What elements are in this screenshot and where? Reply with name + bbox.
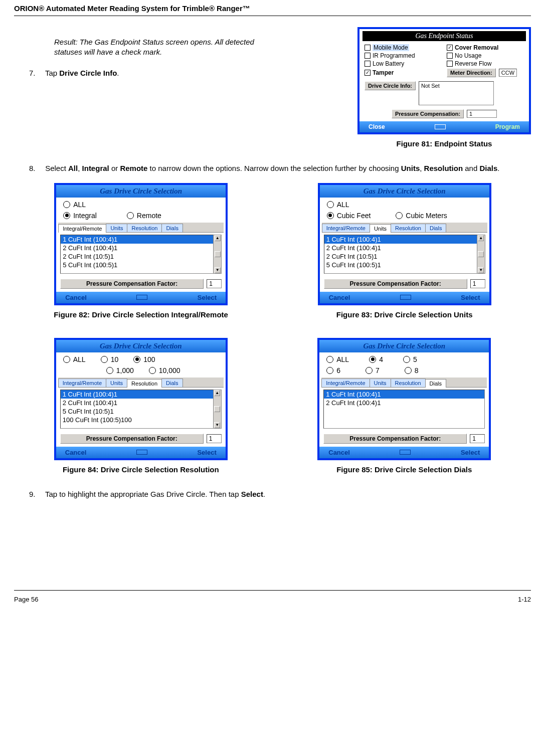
list-item[interactable]: 100 CuFt Int (100:5)100 [61, 416, 213, 424]
list-item[interactable]: 5 CuFt Int (100:5)1 [324, 261, 477, 269]
chk-tamper[interactable]: ✓Tamper [365, 68, 442, 77]
list-item[interactable]: 5 CuFt Int (10:5)1 [61, 407, 213, 416]
select-button[interactable]: Select [461, 294, 480, 301]
scroll-down-icon[interactable]: ▼ [215, 267, 221, 273]
tab-integral-remote[interactable]: Integral/Remote [58, 224, 106, 233]
chk-mobile-mode[interactable]: Mobile Mode [365, 44, 442, 51]
radio-integral[interactable]: Integral [63, 212, 97, 220]
radio-all[interactable]: ALL [63, 201, 86, 209]
pcf-value[interactable]: 1 [207, 434, 222, 443]
tab-dials[interactable]: Dials [425, 224, 446, 232]
scroll-thumb[interactable] [214, 406, 220, 412]
select-button[interactable]: Select [198, 294, 217, 301]
tab-integral-remote[interactable]: Integral/Remote [321, 379, 370, 387]
scroll-up-icon[interactable]: ▲ [478, 235, 484, 241]
pcf-button[interactable]: Pressure Compensation Factor: [60, 279, 204, 289]
pressure-comp-button[interactable]: Pressure Compensation: [392, 109, 464, 118]
radio-cubic-meters[interactable]: Cubic Meters [396, 212, 447, 220]
tab-resolution[interactable]: Resolution [127, 379, 162, 388]
tab-units[interactable]: Units [370, 224, 391, 233]
select-button[interactable]: Select [461, 449, 480, 456]
list-item[interactable]: 2 CuFt Int (100:4)1 [61, 399, 213, 407]
select-button[interactable]: Select [197, 449, 216, 456]
list-item[interactable]: 1 CuFt Int (100:4)1 [61, 235, 213, 244]
chk-cover-removal[interactable]: ✓Cover Removal [447, 44, 524, 51]
pcf-button[interactable]: Pressure Compensation Factor: [324, 279, 467, 289]
chk-no-usage[interactable]: No Usage [447, 52, 524, 59]
pcf-value[interactable]: 1 [470, 279, 485, 288]
dcs-list[interactable]: 1 CuFt Int (100:4)12 CuFt Int (100:4)15 … [60, 390, 214, 429]
drive-circle-info-value[interactable]: Not Set [419, 81, 494, 105]
scroll-up-icon[interactable]: ▲ [214, 390, 220, 396]
radio-8[interactable]: 8 [405, 366, 419, 374]
radio-1-000[interactable]: 1,000 [106, 366, 134, 374]
close-button[interactable]: Close [369, 123, 385, 130]
radio-5[interactable]: 5 [403, 355, 417, 363]
radio-10[interactable]: 10 [101, 355, 119, 363]
tab-units[interactable]: Units [370, 379, 391, 387]
cancel-button[interactable]: Cancel [328, 449, 350, 456]
cancel-button[interactable]: Cancel [65, 294, 87, 301]
tab-resolution[interactable]: Resolution [391, 379, 426, 387]
radio-all[interactable]: ALL [63, 355, 86, 363]
list-item[interactable]: 2 CuFt Int (100:4)1 [324, 399, 484, 407]
keyboard-icon[interactable] [136, 450, 147, 455]
scroll-thumb[interactable] [215, 251, 221, 257]
pcf-button[interactable]: Pressure Compensation Factor: [323, 434, 467, 444]
tab-integral-remote[interactable]: Integral/Remote [58, 379, 106, 387]
chk-low-battery[interactable]: Low Battery [365, 60, 442, 67]
radio-6[interactable]: 6 [326, 366, 340, 374]
chk-reverse-flow[interactable]: Reverse Flow [447, 60, 524, 67]
radio-all[interactable]: ALL [327, 201, 482, 209]
keyboard-icon[interactable] [435, 124, 446, 129]
tab-resolution[interactable]: Resolution [127, 224, 162, 232]
scrollbar[interactable]: ▲▼ [477, 235, 485, 274]
list-item[interactable]: 1 CuFt Int (100:4)1 [61, 390, 213, 399]
dcs-list[interactable]: 1 CuFt Int (100:4)12 CuFt Int (100:4)1 [323, 390, 485, 429]
pcf-value[interactable]: 1 [207, 279, 222, 288]
cancel-button[interactable]: Cancel [329, 294, 350, 301]
pcf-button[interactable]: Pressure Compensation Factor: [60, 434, 204, 444]
radio-10-000[interactable]: 10,000 [149, 366, 180, 374]
scrollbar[interactable]: ▲▼ [214, 235, 222, 274]
program-button[interactable]: Program [495, 123, 520, 130]
list-item[interactable]: 5 CuFt Int (100:5)1 [61, 261, 213, 269]
drive-circle-info-button[interactable]: Drive Circle Info: [365, 81, 416, 90]
tab-dials[interactable]: Dials [425, 379, 446, 388]
pcf-value[interactable]: 1 [470, 434, 485, 443]
keyboard-icon[interactable] [136, 295, 147, 300]
scroll-thumb[interactable] [478, 251, 484, 257]
meter-direction-value[interactable]: CCW [499, 69, 517, 77]
list-item[interactable]: 2 CuFt Int (100:4)1 [61, 244, 213, 252]
tab-resolution[interactable]: Resolution [391, 224, 426, 232]
scroll-down-icon[interactable]: ▼ [214, 422, 220, 428]
radio-100[interactable]: 100 [133, 355, 155, 363]
radio-7[interactable]: 7 [366, 366, 380, 374]
tab-dials[interactable]: Dials [161, 379, 183, 387]
tab-integral-remote[interactable]: Integral/Remote [322, 224, 370, 232]
scroll-up-icon[interactable]: ▲ [215, 235, 221, 241]
scrollbar[interactable]: ▲▼ [214, 390, 222, 429]
scroll-down-icon[interactable]: ▼ [478, 267, 484, 273]
list-item[interactable]: 2 CuFt Int (100:4)1 [324, 244, 477, 252]
radio-all[interactable]: ALL [326, 355, 349, 363]
list-item[interactable]: 1 CuFt Int (100:4)1 [324, 390, 484, 399]
tab-units[interactable]: Units [106, 224, 127, 232]
radio-4[interactable]: 4 [369, 355, 383, 363]
radio-cubic-feet[interactable]: Cubic Feet [327, 212, 371, 220]
dcs-list[interactable]: 1 CuFt Int (100:4)12 CuFt Int (100:4)12 … [324, 235, 477, 274]
meter-direction-button[interactable]: Meter Direction: [447, 68, 496, 77]
keyboard-icon[interactable] [400, 450, 411, 455]
pressure-comp-value[interactable]: 1 [467, 110, 497, 118]
radio-remote[interactable]: Remote [127, 212, 161, 220]
list-item[interactable]: 2 CuFt Int (10:5)1 [324, 252, 477, 261]
dcs-list[interactable]: 1 CuFt Int (100:4)12 CuFt Int (100:4)12 … [60, 235, 214, 274]
fig85-window: Gas Drive Circle Selection ALL45 678 Int… [317, 338, 491, 460]
list-item[interactable]: 1 CuFt Int (100:4)1 [324, 235, 477, 244]
tab-dials[interactable]: Dials [161, 224, 183, 232]
list-item[interactable]: 2 CuFt Int (10:5)1 [61, 252, 213, 261]
tab-units[interactable]: Units [106, 379, 127, 387]
chk-ir-programmed[interactable]: IR Programmed [365, 52, 442, 59]
keyboard-icon[interactable] [400, 295, 411, 300]
cancel-button[interactable]: Cancel [65, 449, 87, 456]
